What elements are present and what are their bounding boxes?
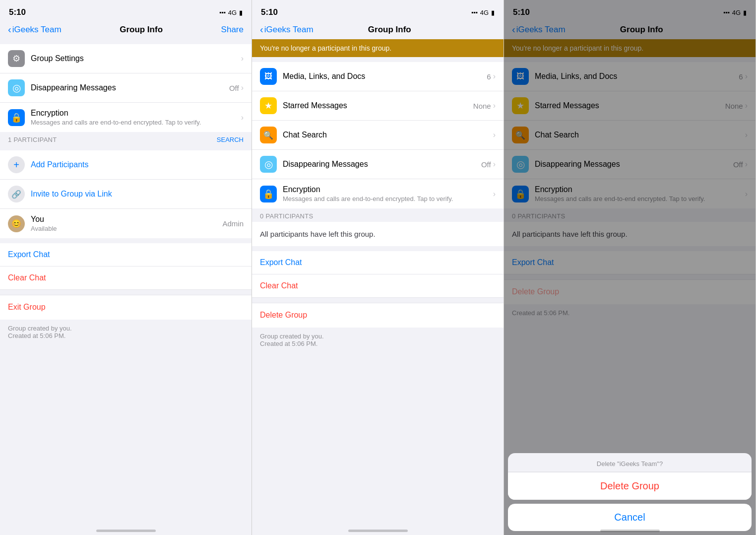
disappearing-value: Off (229, 84, 239, 92)
starred-row-2[interactable]: ★ Starred Messages None › (252, 91, 504, 121)
home-indicator-1 (96, 530, 156, 532)
export-chat-button-1[interactable]: Export Chat (0, 243, 252, 267)
chevron-icon: › (493, 131, 496, 139)
nav-bar-1: ‹ iGeeks Team Group Info Share (0, 22, 252, 39)
plus-icon: + (13, 159, 19, 171)
invite-link-label: Invite to Group via Link (31, 190, 112, 199)
encryption-row-2[interactable]: 🔒 Encryption Messages and calls are end-… (252, 179, 504, 208)
invite-link-icon: 🔗 (8, 186, 25, 202)
clear-chat-button-1[interactable]: Clear Chat (0, 267, 252, 290)
action-sheet-3: Delete "iGeeks Team"? Delete Group Cance… (504, 449, 756, 535)
encryption-subtitle-2: Messages and calls are end-to-end encryp… (283, 195, 493, 202)
warning-banner-2: You're no longer a participant in this g… (252, 39, 504, 57)
group-settings-title: Group Settings (31, 54, 241, 63)
search-participants-button[interactable]: SEARCH (217, 136, 244, 143)
disappearing-title-2: Disappearing Messages (283, 160, 481, 169)
action-sheet-title: Delete "iGeeks Team"? (508, 453, 752, 472)
battery-icon: ▮ (239, 9, 243, 16)
disappearing-messages-row[interactable]: ◎ Disappearing Messages Off › (0, 73, 252, 103)
exit-group-button[interactable]: Exit Group (8, 301, 244, 314)
signal-icon-2: ▪▪▪ (471, 9, 478, 16)
media-content-2: Media, Links, and Docs (283, 72, 487, 81)
lock-icon-2: 🔒 (260, 186, 277, 202)
signal-icon: ▪▪▪ (219, 9, 226, 16)
media-right-2: 6 › (487, 72, 496, 81)
nav-title-2: Group Info (368, 25, 411, 35)
delete-group-button-2[interactable]: Delete Group (260, 309, 496, 322)
user-status: Available (31, 225, 222, 232)
group-settings-right: › (241, 54, 244, 63)
back-chevron-2: ‹ (260, 24, 263, 35)
nav-title-1: Group Info (120, 25, 163, 35)
participants-header-1: 1 PARTICIPANT SEARCH (0, 132, 252, 145)
disappearing-right-2: Off › (481, 160, 496, 169)
encryption-subtitle: Messages and calls are end-to-end encryp… (31, 119, 241, 126)
action-sheet-group: Delete "iGeeks Team"? Delete Group (508, 453, 752, 500)
battery-icon-2: ▮ (491, 9, 495, 16)
disappearing-title: Disappearing Messages (31, 83, 229, 92)
group-settings-content: Group Settings (31, 54, 241, 63)
settings-section-2: 🖼 Media, Links, and Docs 6 › ★ Starred M… (252, 62, 504, 208)
admin-badge: Admin (222, 219, 244, 228)
add-participants-label: Add Participants (31, 160, 89, 169)
chevron-icon: › (241, 54, 244, 63)
participants-header-2: 0 PARTICIPANTS (252, 208, 504, 222)
export-chat-button-2[interactable]: Export Chat (252, 251, 504, 274)
encryption-title: Encryption (31, 109, 241, 118)
user-name: You (31, 215, 222, 224)
participants-all-left-2: All participants have left this group. (252, 222, 504, 246)
link-icon: 🔗 (11, 190, 21, 199)
clear-chat-button-2[interactable]: Clear Chat (252, 274, 504, 298)
user-badge: Admin (222, 219, 244, 228)
chevron-icon: › (493, 190, 496, 199)
disappearing-row-2[interactable]: ◎ Disappearing Messages Off › (252, 150, 504, 179)
home-indicator-2 (348, 530, 408, 532)
disappearing-icon-2: ◎ (260, 156, 277, 173)
participants-label-2: 0 PARTICIPANTS (260, 212, 314, 220)
invite-link-row[interactable]: 🔗 Invite to Group via Link (0, 180, 252, 209)
chevron-icon: › (493, 160, 496, 169)
delete-group-confirm-button[interactable]: Delete Group (508, 472, 752, 500)
disappearing-right: Off › (229, 83, 244, 92)
chat-search-title-2: Chat Search (283, 131, 493, 139)
add-participants-row[interactable]: + Add Participants (0, 150, 252, 180)
encryption-row[interactable]: 🔒 Encryption Messages and calls are end-… (0, 103, 252, 132)
group-settings-row[interactable]: ⚙ Group Settings › (0, 44, 252, 73)
media-row-2[interactable]: 🖼 Media, Links, and Docs 6 › (252, 62, 504, 91)
starred-value-2: None (473, 102, 491, 110)
chevron-icon: › (493, 72, 496, 81)
encryption-right: › (241, 113, 244, 122)
user-content: You Available (31, 215, 222, 232)
action-sheet-cancel-group: Cancel (508, 504, 752, 531)
bottom-section-1: Export Chat Clear Chat (0, 243, 252, 290)
footer-text-1: Group created by you.Created at 5:06 PM. (0, 320, 252, 344)
back-chevron-1: ‹ (8, 24, 11, 35)
starred-content-2: Starred Messages (283, 101, 473, 110)
chat-search-row-2[interactable]: 🔍 Chat Search › (252, 121, 504, 150)
media-title-2: Media, Links, and Docs (283, 72, 487, 81)
media-icon-2: 🖼 (260, 68, 277, 85)
starred-right-2: None › (473, 101, 496, 110)
media-count-2: 6 (487, 72, 491, 81)
footer-text-2: Group created by you.Created at 5:06 PM. (252, 328, 504, 352)
starred-title-2: Starred Messages (283, 101, 473, 110)
share-button[interactable]: Share (221, 25, 244, 35)
panel-2: 5:10 ▪▪▪ 4G ▮ ‹ iGeeks Team Group Info Y… (252, 0, 504, 535)
star-icon-2: ★ (260, 97, 277, 114)
back-button-2[interactable]: ‹ iGeeks Team (260, 24, 314, 35)
back-button-1[interactable]: ‹ iGeeks Team (8, 24, 62, 35)
settings-section-1: ⚙ Group Settings › ◎ Disappearing Messag… (0, 44, 252, 132)
disappearing-content: Disappearing Messages (31, 83, 229, 92)
user-you-row[interactable]: 😊 You Available Admin (0, 209, 252, 238)
disappearing-content-2: Disappearing Messages (283, 160, 481, 169)
bottom-section-2: Export Chat Clear Chat (252, 251, 504, 298)
encryption-content-2: Encryption Messages and calls are end-to… (283, 185, 493, 202)
panel-1: 5:10 ▪▪▪ 4G ▮ ‹ iGeeks Team Group Info S… (0, 0, 252, 535)
network-label-2: 4G (480, 9, 489, 16)
participants-section-1: + Add Participants 🔗 Invite to Group via… (0, 150, 252, 238)
search-icon-2: 🔍 (260, 127, 277, 143)
status-bar-1: 5:10 ▪▪▪ 4G ▮ (0, 0, 252, 22)
cancel-button[interactable]: Cancel (508, 504, 752, 531)
avatar-you: 😊 (8, 215, 25, 232)
status-bar-2: 5:10 ▪▪▪ 4G ▮ (252, 0, 504, 22)
